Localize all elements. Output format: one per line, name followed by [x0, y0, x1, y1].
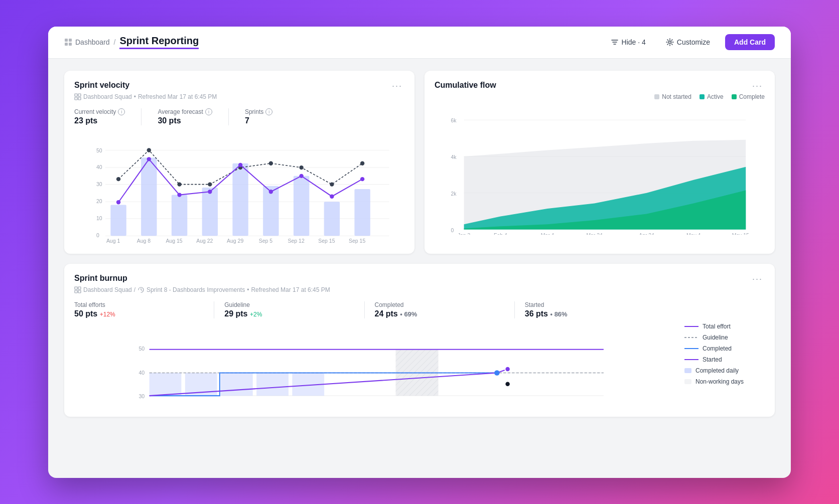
svg-point-45 [299, 174, 303, 178]
info-icon-sprints[interactable]: i [265, 108, 272, 115]
dashboard-link[interactable]: Dashboard [64, 38, 110, 46]
burnup-stats-row: Total efforts 50 pts +12% Guideline 29 p… [74, 301, 674, 318]
non-working-box-icon [684, 379, 691, 384]
svg-rect-78 [78, 290, 81, 293]
total-effort-line-icon [684, 323, 698, 329]
burnup-total-change: +12% [100, 311, 115, 318]
svg-text:Jan 3: Jan 3 [458, 233, 471, 235]
cumulative-flow-more-button[interactable]: ··· [750, 81, 765, 91]
svg-point-39 [116, 200, 120, 204]
svg-point-44 [269, 190, 273, 194]
sprint-velocity-subtitle: Dashboard Squad • Refreshed Mar 17 at 6:… [74, 93, 404, 100]
svg-text:Feb 4: Feb 4 [494, 233, 507, 235]
svg-rect-85 [150, 373, 182, 396]
sprint-velocity-title: Sprint velocity [74, 81, 129, 90]
svg-text:Aug 8: Aug 8 [137, 238, 151, 243]
legend-active: Active [700, 93, 724, 100]
svg-point-31 [147, 148, 151, 152]
info-icon-forecast[interactable]: i [205, 108, 212, 115]
svg-rect-2 [65, 43, 68, 46]
svg-rect-87 [221, 373, 253, 396]
header: Dashboard / Sprint Reporting Hide · 4 Cu… [48, 27, 791, 59]
hide-button[interactable]: Hide · 4 [606, 35, 651, 49]
started-line-icon [684, 357, 698, 363]
dashboard-icon [64, 38, 72, 46]
app-container: Dashboard / Sprint Reporting Hide · 4 Cu… [48, 27, 791, 478]
add-card-button[interactable]: Add Card [725, 34, 775, 50]
stat-forecast-value: 30 pts [158, 116, 212, 125]
svg-point-97 [505, 381, 510, 387]
svg-rect-22 [141, 157, 157, 236]
burnup-more-button[interactable]: ··· [750, 274, 765, 284]
burnup-stat-completed: Completed 24 pts • 69% [375, 301, 515, 318]
sprint-velocity-more-button[interactable]: ··· [390, 81, 404, 91]
burnup-stat-total: Total efforts 50 pts +12% [74, 301, 214, 318]
sprint-velocity-card: Sprint velocity ··· Dashboard Squad • Re… [64, 71, 414, 254]
svg-text:Sep 5: Sep 5 [259, 238, 273, 243]
top-cards-row: Sprint velocity ··· Dashboard Squad • Re… [64, 71, 775, 254]
svg-text:Mar 4: Mar 4 [541, 233, 554, 235]
svg-point-43 [238, 162, 242, 166]
svg-text:Aug 15: Aug 15 [166, 238, 183, 243]
svg-text:4k: 4k [451, 154, 457, 160]
svg-text:10: 10 [96, 215, 102, 221]
burnup-content: Total efforts 50 pts +12% Guideline 29 p… [74, 301, 765, 407]
svg-text:Aug 22: Aug 22 [196, 238, 213, 243]
burnup-legend: Total effort Guideline Completed [684, 301, 765, 407]
svg-text:6k: 6k [451, 118, 457, 123]
legend-complete: Complete [732, 93, 765, 100]
svg-rect-21 [110, 205, 126, 236]
velocity-chart-area: 0 10 20 30 40 50 [74, 133, 404, 244]
cumulative-flow-legend: Not started Active Complete [435, 93, 765, 100]
svg-rect-3 [69, 43, 72, 46]
burnup-squad-icon [74, 286, 81, 293]
svg-rect-27 [294, 176, 309, 235]
guideline-line-icon [684, 334, 698, 341]
completed-daily-box-icon [684, 368, 691, 373]
burnup-legend-guideline: Guideline [684, 334, 765, 341]
svg-text:Apr 24: Apr 24 [639, 233, 654, 235]
svg-point-35 [269, 161, 273, 165]
svg-rect-6 [78, 94, 81, 96]
svg-text:50: 50 [138, 345, 145, 351]
svg-text:50: 50 [96, 147, 102, 153]
burnup-guideline-change: +2% [250, 311, 262, 318]
burnup-left: Total efforts 50 pts +12% Guideline 29 p… [74, 301, 674, 407]
stat-avg-forecast: Average forecast i 30 pts [158, 108, 212, 125]
page-title: Sprint Reporting [119, 35, 199, 49]
cumulative-chart-svg: 0 2k 4k 6k [435, 104, 765, 235]
burnup-stat-started: Started 36 pts • 86% [525, 301, 664, 318]
cumulative-flow-card: Cumulative flow ··· Not started Active [425, 71, 775, 254]
svg-rect-76 [78, 287, 81, 289]
burnup-title: Sprint burnup [74, 274, 127, 283]
burnup-legend-started: Started [684, 356, 765, 363]
burnup-legend-total-effort: Total effort [684, 323, 765, 330]
legend-not-started: Not started [654, 93, 691, 100]
svg-text:May 15: May 15 [732, 233, 749, 235]
squad-icon [74, 93, 81, 100]
gear-icon [666, 38, 674, 46]
burnup-legend-non-working: Non-working days [684, 378, 765, 385]
svg-rect-25 [232, 163, 248, 236]
svg-rect-28 [324, 202, 340, 236]
header-actions: Hide · 4 Customize Add Card [606, 34, 775, 50]
breadcrumb-separator: / [114, 38, 116, 46]
svg-text:Sep 12: Sep 12 [288, 238, 305, 243]
svg-point-46 [330, 194, 334, 198]
burnup-chart-svg: 30 40 50 [74, 326, 674, 412]
svg-point-37 [330, 182, 334, 186]
burnup-total-value: 50 pts +12% [74, 309, 204, 318]
svg-point-40 [147, 157, 151, 161]
burnup-chart-area: 30 40 50 [74, 326, 674, 407]
svg-point-4 [668, 41, 671, 44]
stat-sprints-value: 7 [245, 116, 272, 125]
svg-text:2k: 2k [451, 191, 457, 197]
customize-button[interactable]: Customize [661, 35, 715, 49]
legend-dot-complete [732, 94, 737, 99]
info-icon-velocity[interactable]: i [118, 108, 125, 115]
burnup-started-pct: • 86% [550, 310, 567, 318]
svg-text:Sep 15: Sep 15 [318, 238, 335, 243]
burnup-stat-guideline: Guideline 29 pts +2% [224, 301, 364, 318]
legend-dot-not-started [654, 94, 659, 99]
stat-velocity-value: 23 pts [74, 116, 125, 125]
